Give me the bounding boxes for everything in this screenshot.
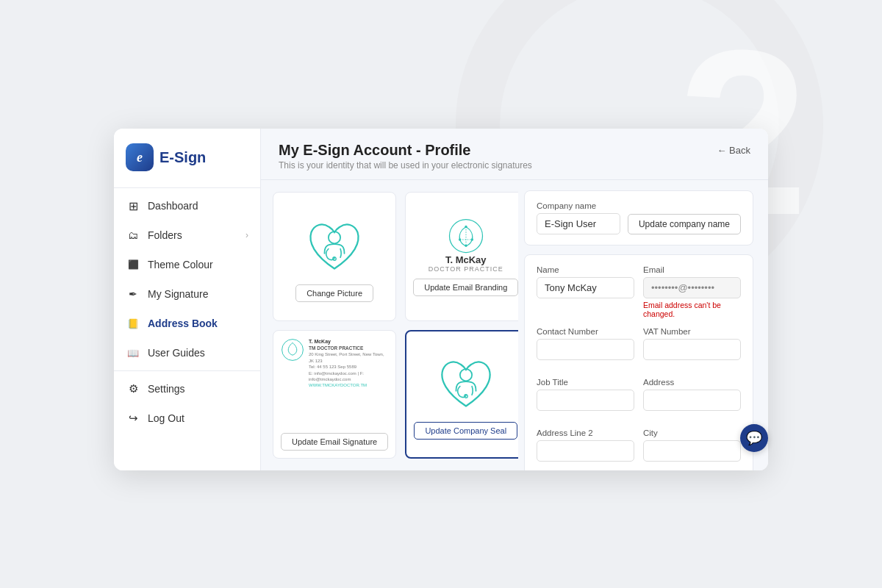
chevron-right-icon: › — [245, 230, 248, 240]
email-signature-card: T. McKay TM DOCTOR PRACTICE 20 King Stre… — [273, 330, 396, 459]
name-label: Name — [537, 265, 634, 274]
update-email-branding-button[interactable]: Update Email Branding — [413, 279, 518, 296]
svg-point-3 — [465, 226, 467, 228]
sig-text: T. McKay TM DOCTOR PRACTICE 20 King Stre… — [309, 338, 388, 389]
sidebar-label-logout: Log Out — [148, 412, 184, 424]
main-window: e E-Sign Dashboard Folders › Theme Colou… — [114, 129, 768, 470]
svg-point-4 — [465, 245, 467, 247]
form-panel: Company name Update company name Name — [518, 180, 768, 470]
contact-number-input[interactable] — [537, 339, 634, 360]
sidebar-item-user-guides[interactable]: User Guides — [114, 338, 260, 368]
signature-icon — [126, 287, 140, 301]
sidebar-divider-mid — [114, 370, 260, 371]
page-subtitle: This is your identity that will be used … — [279, 160, 532, 171]
sidebar-item-address-book[interactable]: Address Book — [114, 309, 260, 338]
signature-preview: T. McKay TM DOCTOR PRACTICE 20 King Stre… — [281, 338, 388, 389]
sidebar-item-dashboard[interactable]: Dashboard — [114, 191, 260, 220]
chat-icon: 💬 — [746, 430, 762, 446]
addressbook-icon — [126, 316, 140, 331]
change-picture-button[interactable]: Change Picture — [295, 284, 373, 302]
profile-picture-card: Change Picture — [273, 192, 396, 321]
vat-number-label: VAT Number — [643, 327, 741, 336]
logout-icon — [126, 411, 140, 426]
city-input[interactable] — [643, 440, 741, 462]
logo-area: e E-Sign — [114, 143, 260, 184]
logo-text: E-Sign — [159, 149, 206, 166]
vat-number-group: VAT Number — [643, 327, 741, 369]
doctor-icon — [301, 212, 368, 279]
header-titles: My E-Sign Account - Profile This is your… — [279, 142, 532, 171]
sidebar-label-dashboard: Dashboard — [148, 200, 198, 212]
contact-vat-row: Contact Number VAT Number — [537, 327, 741, 369]
back-button[interactable]: ← Back — [717, 142, 750, 156]
company-name-row: Update company name — [537, 213, 741, 234]
email-notice: Email address can't be changed. — [643, 301, 741, 318]
brand-tree-icon — [448, 218, 484, 254]
dashboard-icon — [126, 198, 140, 213]
name-email-row: Name Email Email address can't be change… — [537, 265, 741, 318]
sidebar-item-folders[interactable]: Folders › — [114, 220, 260, 250]
sidebar-label-addressbook: Address Book — [148, 318, 218, 329]
settings-icon — [126, 381, 140, 396]
sig-logo-icon — [281, 338, 304, 362]
company-name-section: Company name Update company name — [524, 190, 753, 245]
content-body: Change Picture — [261, 180, 768, 470]
sidebar-item-logout[interactable]: Log Out — [114, 404, 260, 433]
sidebar-label-settings: Settings — [148, 383, 185, 395]
job-title-input[interactable] — [537, 390, 634, 411]
company-name-input[interactable] — [537, 213, 620, 234]
sidebar-label-theme: Theme Colour — [148, 259, 213, 270]
name-group: Name — [537, 265, 634, 309]
profile-panel: Change Picture — [261, 180, 518, 470]
job-title-label: Job Title — [537, 378, 634, 387]
sidebar-item-theme-colour[interactable]: Theme Colour — [114, 250, 260, 279]
sidebar-label-folders: Folders — [148, 229, 182, 241]
email-input — [643, 277, 741, 298]
sidebar-label-signature: My Signature — [148, 288, 208, 300]
address-group: Address — [643, 378, 741, 420]
address-line2-label: Address Line 2 — [537, 429, 634, 437]
contact-number-group: Contact Number — [537, 327, 634, 360]
email-branding-card: T. McKay DOCTOR PRACTICE Update Email Br… — [405, 192, 526, 321]
sidebar-divider-top — [114, 187, 260, 188]
address-label: Address — [643, 378, 741, 387]
page-title: My E-Sign Account - Profile — [279, 142, 532, 159]
email-group: Email Email address can't be changed. — [643, 265, 741, 318]
svg-point-6 — [470, 239, 473, 241]
address-input[interactable] — [643, 390, 741, 411]
svg-point-5 — [459, 239, 461, 241]
theme-icon — [126, 257, 140, 272]
update-company-seal-button[interactable]: Update Company Seal — [414, 422, 517, 440]
city-group: City — [643, 429, 741, 470]
contact-number-label: Contact Number — [537, 327, 634, 336]
update-company-name-button[interactable]: Update company name — [628, 214, 741, 234]
brand-subtitle: DOCTOR PRACTICE — [429, 265, 503, 273]
company-seal-icon — [433, 350, 499, 416]
name-email-section: Name Email Email address can't be change… — [524, 254, 753, 470]
chat-bubble-button[interactable]: 💬 — [740, 424, 768, 452]
main-content: My E-Sign Account - Profile This is your… — [261, 129, 768, 470]
content-header: My E-Sign Account - Profile This is your… — [261, 129, 768, 180]
address-line2-input[interactable] — [537, 440, 634, 462]
jobtitle-address-row: Job Title Address — [537, 378, 741, 420]
vat-number-input[interactable] — [643, 339, 741, 360]
email-label: Email — [643, 265, 741, 274]
address2-city-row: Address Line 2 City — [537, 429, 741, 470]
userguides-icon — [126, 345, 140, 360]
sidebar-item-my-signature[interactable]: My Signature — [114, 279, 260, 309]
brand-name: T. McKay — [445, 254, 487, 265]
folders-icon — [126, 228, 140, 243]
logo-icon: e — [126, 143, 154, 171]
address-line2-group: Address Line 2 — [537, 429, 634, 462]
job-title-group: Job Title — [537, 378, 634, 411]
email-brand-logo: T. McKay DOCTOR PRACTICE — [429, 218, 503, 273]
city-label: City — [643, 429, 741, 437]
sidebar-item-settings[interactable]: Settings — [114, 374, 260, 404]
name-input[interactable] — [537, 277, 634, 298]
update-email-signature-button[interactable]: Update Email Signature — [281, 433, 388, 451]
sidebar-label-userguides: User Guides — [148, 347, 205, 359]
company-name-group — [537, 213, 620, 234]
sidebar: e E-Sign Dashboard Folders › Theme Colou… — [114, 129, 261, 470]
company-seal-card: Update Company Seal — [405, 330, 526, 459]
svg-point-2 — [449, 220, 482, 253]
